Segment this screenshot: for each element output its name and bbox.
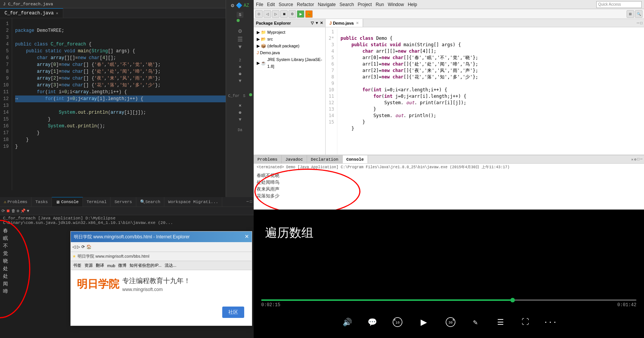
tb-btn-4[interactable]: ⏹ <box>280 10 288 18</box>
pe-src[interactable]: ▶ 📂 src <box>255 36 324 42</box>
side-icon-1[interactable]: ⚙ <box>238 27 242 35</box>
pe-jre[interactable]: ▶ ☕ JRE System Library [JavaSE-1.8] <box>255 56 324 70</box>
eclipse-code-lines[interactable]: public class Demo { public static void m… <box>337 29 644 163</box>
menu-navigate[interactable]: Navigate <box>318 2 335 7</box>
pw-forward-btn[interactable]: ▷ <box>77 244 80 249</box>
bc-tb-6[interactable]: ▼ <box>27 209 30 213</box>
list-btn[interactable]: ☰ <box>494 315 507 329</box>
side-icon-down2[interactable]: ▼ <box>239 117 241 122</box>
pw-url-bar[interactable]: ★ 明日学院 www.mingrisoft.com/bbs.html <box>71 252 252 261</box>
tb-btn-layout[interactable]: ⊞ <box>627 10 634 18</box>
console-action-2[interactable]: ⊕ <box>634 157 636 162</box>
pe-demo-java[interactable]: J Demo.java <box>255 49 324 56</box>
console-tab-javadoc[interactable]: Javadoc <box>282 155 307 163</box>
menu-window[interactable]: Window <box>388 2 404 7</box>
toolbar-icon-2[interactable]: 🔷 <box>236 2 242 9</box>
tab-c-for-foreach[interactable]: C_for_foreach.java ✕ <box>0 8 63 18</box>
close-tab-icon-eclipse[interactable]: ✕ <box>356 21 359 25</box>
menu-search[interactable]: Search <box>340 2 354 7</box>
close-tab-icon[interactable]: ✕ <box>56 11 58 16</box>
side-icon-2[interactable]: ☰ <box>237 36 243 43</box>
fav-liuda[interactable]: 流达... <box>165 263 176 268</box>
video-progress-bar[interactable] <box>261 299 636 301</box>
bc-tb-1[interactable]: ⟳ <box>2 208 5 213</box>
bc-tab-tasks[interactable]: Tasks <box>31 197 52 207</box>
bc-tab-terminal[interactable]: Terminal <box>83 197 111 207</box>
tb-btn-run[interactable]: ▶ <box>297 10 304 18</box>
bc-tab-servers[interactable]: Servers <box>111 197 136 207</box>
menu-edit[interactable]: Edit <box>267 2 275 7</box>
pw-back-btn[interactable]: ◁ <box>72 244 75 249</box>
bc-tab-search[interactable]: 🔍 Search <box>136 197 165 207</box>
bc-expand-icon[interactable]: □ <box>250 200 252 204</box>
menu-project[interactable]: Project <box>358 2 372 7</box>
tb-btn-3[interactable]: ▷ <box>272 10 279 18</box>
eclipse-console-panel: Problems Javadoc Declaration Console ✕ ⊕… <box>254 155 644 210</box>
fav-resources[interactable]: 资源 <box>84 263 93 268</box>
code-content-left[interactable]: package DemoTHREE; public class C_for_fo… <box>12 18 254 190</box>
video-progress-area[interactable]: 0:02:15 0:01:42 <box>254 299 644 308</box>
pw-close-btn[interactable]: ✕ <box>243 233 250 240</box>
bc-tb-clear[interactable]: 🗑 <box>11 208 16 213</box>
tb-btn-search[interactable]: 🔍 <box>635 10 642 18</box>
fav-weibo[interactable]: 微博 <box>118 263 126 268</box>
side-icon-close-2[interactable]: ⊕ <box>239 71 241 77</box>
edit-btn[interactable]: ✎ <box>469 315 482 329</box>
fullscreen-btn[interactable]: ⛶ <box>519 315 532 329</box>
rewind10-btn[interactable]: 10 <box>391 315 404 329</box>
quick-access-input[interactable]: Quick Access <box>596 1 642 8</box>
toolbar-btn-1[interactable]: S <box>237 12 244 18</box>
menu-file[interactable]: File <box>256 2 263 7</box>
bc-tab-workspace[interactable]: Workspace Migrati... <box>164 197 222 207</box>
subtitle-btn[interactable]: 💬 <box>366 315 379 329</box>
console-action-3[interactable]: □ <box>637 157 639 162</box>
play-pause-btn[interactable]: ▶ <box>416 314 432 330</box>
pe-min-icon[interactable]: ─ <box>637 21 639 25</box>
fav-mub[interactable]: mub <box>107 263 115 268</box>
bc-tb-5[interactable]: 📌 <box>20 208 26 213</box>
bc-tb-stop[interactable]: ⏹ <box>6 208 10 213</box>
pe-collapse-icon[interactable]: ▽ <box>311 21 314 25</box>
pw-community-btn[interactable]: 社区 <box>222 307 244 318</box>
menu-source[interactable]: Source <box>279 2 293 7</box>
bc-tab-console[interactable]: 🖥 Console <box>52 197 83 207</box>
toolbar-icon-3[interactable]: AZ <box>244 3 249 8</box>
eclipse-code-tab-demo[interactable]: J Demo.java ✕ <box>326 19 363 27</box>
fwd30-btn[interactable]: 30 <box>444 315 457 329</box>
pw-refresh-btn[interactable]: ⟳ <box>81 244 85 249</box>
pw-home-btn[interactable]: 🏠 <box>86 244 92 249</box>
console-tab-console[interactable]: Console <box>343 155 368 163</box>
bc-tab-problems[interactable]: ⚠ Problems <box>0 197 31 207</box>
menu-help[interactable]: Help <box>408 2 417 7</box>
fav-ip[interactable]: 知何省份您的IP... <box>129 263 161 268</box>
side-icon-3[interactable]: ▼ <box>239 44 242 50</box>
eclipse-code-content[interactable]: 12*345 678910 1112131415 public class De… <box>326 27 644 165</box>
pe-max-icon[interactable]: □ <box>640 21 642 25</box>
pe-myproject[interactable]: ▶ 📁 Myproject <box>255 29 324 36</box>
volume-btn[interactable]: 🔊 <box>341 315 354 329</box>
side-icon-close-1[interactable]: ✕ <box>239 64 241 70</box>
toolbar-icon-1[interactable]: ⚙ <box>231 2 234 9</box>
console-action-1[interactable]: ✕ <box>631 157 633 162</box>
menu-run[interactable]: Run <box>376 2 384 7</box>
more-btn[interactable]: ··· <box>544 315 557 329</box>
video-progress-thumb[interactable] <box>510 298 515 302</box>
tb-btn-2[interactable]: ◁ <box>264 10 271 18</box>
tb-btn-1[interactable]: ⊙ <box>255 10 263 18</box>
pe-menu-icon[interactable]: ▼ <box>315 21 319 25</box>
console-action-4[interactable]: ─ <box>640 157 642 162</box>
console-tab-problems[interactable]: Problems <box>254 155 282 163</box>
fav-translate[interactable]: 翻译 <box>96 263 104 268</box>
side-icon-x[interactable]: ✕ <box>239 103 241 108</box>
side-icon-plus[interactable]: ⊕ <box>239 110 241 116</box>
bc-tb-4[interactable]: ⚙ <box>17 208 19 213</box>
menu-refactor[interactable]: Refactor <box>297 2 314 7</box>
pe-close-icon[interactable]: ✕ <box>320 21 323 25</box>
console-tab-declaration[interactable]: Declaration <box>307 155 343 163</box>
pe-default-pkg[interactable]: ▶ 📦 (default package) <box>255 42 324 49</box>
side-icon-down-1[interactable]: ▼ <box>239 78 241 84</box>
tb-btn-5[interactable]: ⚙ <box>288 10 296 18</box>
tb-btn-debug[interactable]: 🐛 <box>305 10 313 18</box>
bc-collapse-icon[interactable]: ─ <box>246 200 249 204</box>
fav-bookmarks[interactable]: 书签 <box>73 263 81 268</box>
